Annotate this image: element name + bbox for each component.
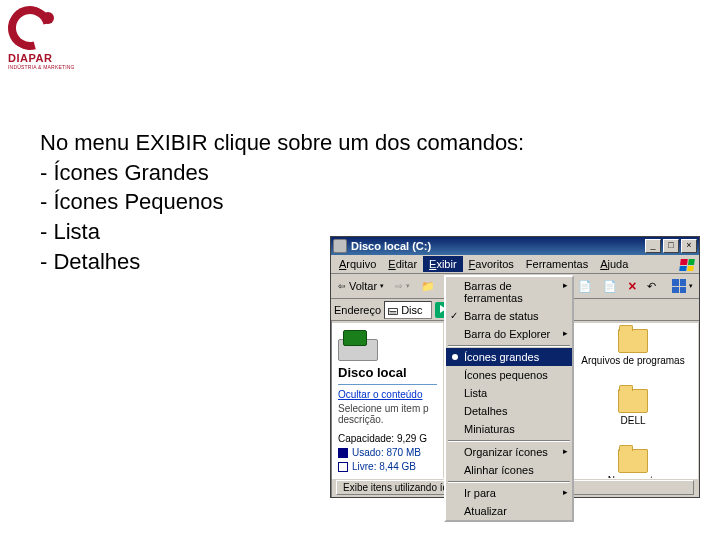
address-input[interactable]: 🖴 Disc bbox=[384, 301, 432, 319]
menu-lista[interactable]: Lista bbox=[446, 384, 572, 402]
move-to-button[interactable]: 📄 bbox=[573, 277, 597, 296]
menu-atualizar[interactable]: Atualizar bbox=[446, 502, 572, 520]
drive-small-icon: 🖴 bbox=[387, 304, 398, 316]
pane-title: Disco local bbox=[338, 365, 437, 380]
used-row: Usado: 870 MB bbox=[338, 447, 437, 458]
menu-editar[interactable]: Editar bbox=[382, 256, 423, 272]
folder-icon bbox=[618, 329, 648, 353]
window-title: Disco local (C:) bbox=[351, 240, 645, 252]
up-button[interactable]: 📁 bbox=[416, 277, 440, 296]
address-label: Endereço bbox=[334, 304, 381, 316]
views-button[interactable]: ▾ bbox=[667, 276, 698, 296]
move-icon: 📄 bbox=[578, 280, 592, 293]
exibir-dropdown: Barras de ferramentas▸ ✓Barra de status … bbox=[444, 275, 574, 522]
menu-icones-pequenos[interactable]: Ícones pequenos bbox=[446, 366, 572, 384]
menu-ferramentas[interactable]: Ferramentas bbox=[520, 256, 594, 272]
folder-icon bbox=[618, 449, 648, 473]
menu-ajuda[interactable]: Ajuda bbox=[594, 256, 634, 272]
drive-icon bbox=[333, 239, 347, 253]
free-row: Livre: 8,44 GB bbox=[338, 461, 437, 472]
copy-icon: 📄 bbox=[603, 280, 617, 293]
maximize-button[interactable]: □ bbox=[663, 239, 679, 253]
back-button[interactable]: ⇦Voltar▾ bbox=[333, 277, 389, 295]
info-pane: Disco local Ocultar o conteúdo Selecione… bbox=[332, 323, 444, 478]
hide-contents-link[interactable]: Ocultar o conteúdo bbox=[338, 389, 437, 400]
menu-miniaturas[interactable]: Miniaturas bbox=[446, 420, 572, 438]
logo-tagline: INDÚSTRIA & MARKETING bbox=[8, 64, 88, 70]
logo-mark bbox=[8, 6, 62, 50]
titlebar[interactable]: Disco local (C:) _ □ × bbox=[331, 237, 699, 255]
menu-detalhes[interactable]: Detalhes bbox=[446, 402, 572, 420]
instruction-option-2: - Ícones Pequenos bbox=[40, 187, 524, 217]
menu-barra-explorer[interactable]: Barra do Explorer▸ bbox=[446, 325, 572, 343]
capacity-label: Capacidade: 9,29 G bbox=[338, 433, 437, 444]
folder-item[interactable]: Arquivos de programas bbox=[572, 329, 694, 385]
windows-logo-icon bbox=[677, 256, 697, 273]
menu-favoritos[interactable]: Favoritos bbox=[463, 256, 520, 272]
menu-barras-ferramentas[interactable]: Barras de ferramentas▸ bbox=[446, 277, 572, 307]
explorer-window: Disco local (C:) _ □ × Arquivo Editar Ex… bbox=[330, 236, 700, 498]
instruction-heading: No menu EXIBIR clique sobre um dos coman… bbox=[40, 128, 524, 158]
undo-button[interactable]: ↶ bbox=[642, 277, 661, 296]
undo-icon: ↶ bbox=[647, 280, 656, 293]
menu-exibir[interactable]: Exibir bbox=[423, 256, 463, 272]
drive-large-icon bbox=[338, 329, 378, 361]
menu-alinhar-icones[interactable]: Alinhar ícones bbox=[446, 461, 572, 479]
minimize-button[interactable]: _ bbox=[645, 239, 661, 253]
free-swatch-icon bbox=[338, 462, 348, 472]
brand-logo: DIAPAR INDÚSTRIA & MARKETING bbox=[8, 6, 88, 70]
folder-item[interactable]: DELL bbox=[572, 389, 694, 445]
menubar: Arquivo Editar Exibir Favoritos Ferramen… bbox=[331, 255, 699, 274]
menu-organizar-icones[interactable]: Organizar ícones▸ bbox=[446, 443, 572, 461]
delete-button[interactable]: × bbox=[623, 275, 641, 297]
folder-icon bbox=[618, 389, 648, 413]
close-button[interactable]: × bbox=[681, 239, 697, 253]
folder-up-icon: 📁 bbox=[421, 280, 435, 293]
instruction-option-1: - Ícones Grandes bbox=[40, 158, 524, 188]
menu-arquivo[interactable]: Arquivo bbox=[333, 256, 382, 272]
copy-to-button[interactable]: 📄 bbox=[598, 277, 622, 296]
logo-text: DIAPAR bbox=[8, 52, 88, 64]
used-swatch-icon bbox=[338, 448, 348, 458]
forward-button[interactable]: ⇨▾ bbox=[390, 278, 415, 294]
radio-bullet-icon bbox=[452, 354, 458, 360]
select-item-text: Selecione um item p descrição. bbox=[338, 403, 437, 425]
folder-item[interactable]: Nova pasta bbox=[572, 449, 694, 505]
views-icon bbox=[672, 279, 686, 293]
delete-icon: × bbox=[628, 278, 636, 294]
menu-icones-grandes[interactable]: Ícones grandes bbox=[446, 348, 572, 366]
menu-barra-status[interactable]: ✓Barra de status bbox=[446, 307, 572, 325]
menu-ir-para[interactable]: Ir para▸ bbox=[446, 484, 572, 502]
